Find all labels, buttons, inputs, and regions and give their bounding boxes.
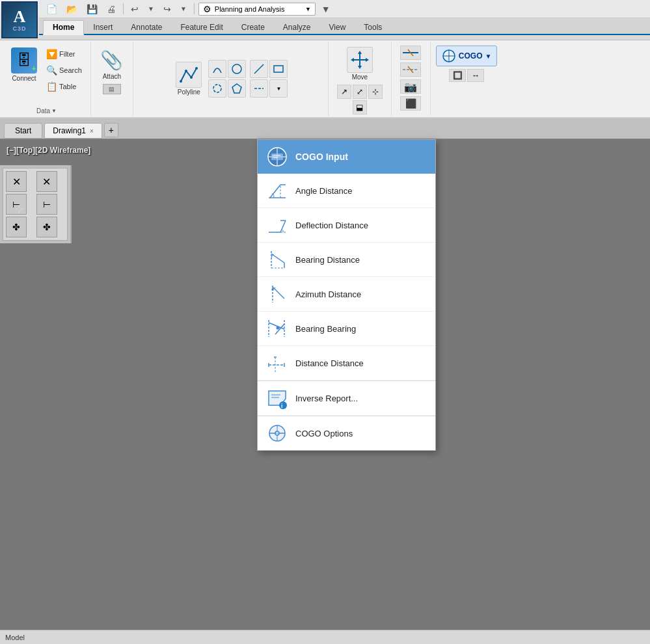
tab-create[interactable]: Create (232, 21, 274, 34)
app-icon[interactable]: A C3D (1, 1, 38, 38)
menu-item-deflection-distance[interactable]: Deflection Distance (258, 208, 435, 243)
panel-btn-4[interactable]: ⊢ (36, 194, 57, 215)
ribbon-group-draw: Polyline (133, 42, 329, 116)
extra-btn-1[interactable]: 🔲 (449, 69, 466, 82)
cogo-icon (442, 49, 456, 63)
plan-selector[interactable]: ⚙ Planning and Analysis ▼ (198, 3, 316, 16)
tab-tools[interactable]: Tools (355, 21, 391, 34)
ribbon-group-tools-right: 📷 ⬛ (392, 42, 431, 116)
status-bar: Model (0, 630, 650, 644)
modify-btn-3[interactable]: ⊹ (368, 85, 383, 99)
cogo-input-icon (265, 145, 289, 168)
qat-save[interactable]: 💾 (83, 2, 101, 16)
ribbon-group-move: Move ↗ ⤢ ⊹ ⬓ (329, 42, 392, 116)
draw-arc-btn[interactable] (208, 60, 226, 78)
attach-button[interactable]: 📎 Attach (96, 46, 128, 81)
svg-point-2 (190, 76, 193, 79)
cogo-label: COGO (459, 51, 483, 60)
tab-home[interactable]: Home (43, 20, 84, 35)
qat-redo-arrow[interactable]: ▼ (177, 3, 190, 14)
draw-ellipse-btn[interactable] (208, 79, 226, 98)
app-logo-subtitle: C3D (12, 25, 26, 32)
attach-label: Attach (103, 73, 121, 80)
modify-btn-1[interactable]: ↗ (337, 85, 351, 99)
cogo-dropdown-menu: COGO Input Angle Distance (257, 139, 436, 451)
move-button[interactable]: Move (344, 46, 375, 82)
menu-bearing-bearing-label: Bearing Bearing (295, 324, 356, 334)
ribbon-group-cogo: COGO ▼ 🔲 ↔ (431, 42, 503, 116)
draw-line-btn[interactable] (250, 60, 268, 78)
svg-point-4 (232, 64, 241, 74)
draw-rect-btn[interactable] (269, 60, 288, 78)
qat-print[interactable]: 🖨 (103, 2, 119, 16)
angle-distance-icon (265, 179, 289, 202)
panel-btn-2[interactable]: ✕ (36, 171, 57, 192)
start-tab[interactable]: Start (4, 123, 42, 139)
polyline-label: Polyline (178, 88, 200, 96)
menu-cogo-input-label: COGO Input (295, 152, 348, 162)
search-button[interactable]: 🔍 Search (43, 63, 85, 77)
tab-view[interactable]: View (320, 21, 355, 34)
tab-annotate[interactable]: Annotate (122, 21, 171, 34)
connect-button[interactable]: 🗄 + Connect (8, 46, 40, 84)
tab-feature-edit[interactable]: Feature Edit (171, 21, 232, 34)
qat-new[interactable]: 📄 (43, 2, 61, 16)
polyline-button[interactable]: Polyline (173, 60, 204, 97)
svg-line-38 (271, 254, 284, 263)
draw-polygon-btn[interactable] (228, 79, 246, 98)
menu-bearing-distance-label: Bearing Distance (295, 255, 360, 265)
qat-redo[interactable]: ↪ (160, 2, 174, 16)
svg-line-7 (254, 64, 264, 74)
menu-item-bearing-bearing[interactable]: Bearing Bearing (258, 312, 435, 346)
svg-line-30 (270, 185, 280, 198)
qat-open[interactable]: 📂 (63, 2, 81, 16)
dash-tool-btn[interactable] (400, 46, 421, 60)
modify-btn-4[interactable]: ⬓ (353, 100, 367, 114)
tab-analyze[interactable]: Analyze (274, 21, 320, 34)
table-button[interactable]: 📋 Table (43, 79, 85, 94)
menu-item-distance-distance[interactable]: Distance Distance (258, 346, 435, 381)
menu-deflection-distance-label: Deflection Distance (295, 221, 368, 230)
svg-line-42 (273, 287, 284, 299)
menu-item-inverse-report[interactable]: i Inverse Report... (258, 381, 435, 416)
draw-more-btn[interactable]: ▼ (269, 79, 288, 98)
attach-small-btn[interactable]: ▤ (103, 84, 121, 94)
draw-dash-btn[interactable] (250, 79, 268, 98)
panel-btn-1[interactable]: ✕ (6, 171, 27, 192)
bearing-bearing-icon (265, 317, 289, 340)
panel-btn-5[interactable]: ✤ (6, 217, 27, 237)
azimuth-distance-icon (265, 282, 289, 306)
drawing1-tab[interactable]: Drawing1 × (44, 123, 102, 139)
app-logo-letter: A (14, 8, 26, 25)
extra-btn-2[interactable]: ↔ (467, 69, 484, 82)
menu-item-bearing-distance[interactable]: Bearing Distance (258, 243, 435, 277)
cogo-options-icon (265, 422, 289, 445)
plan-selector-expand[interactable]: ▼ (318, 2, 334, 16)
qat-undo[interactable]: ↩ (128, 2, 142, 16)
qat-undo-arrow[interactable]: ▼ (144, 3, 157, 14)
misc-btn-2[interactable]: ⬛ (400, 96, 421, 111)
cogo-dropdown-arrow: ▼ (485, 53, 492, 60)
misc-btn-1[interactable]: 📷 (400, 79, 421, 94)
draw-circle-btn[interactable] (228, 60, 246, 78)
dash-tool-btn2[interactable] (400, 62, 421, 77)
menu-item-cogo-input[interactable]: COGO Input (258, 140, 435, 174)
modify-btn-2[interactable]: ⤢ (353, 85, 367, 99)
svg-text:i: i (281, 403, 283, 409)
tab-bar: Start Drawing1 × + (0, 118, 650, 139)
menu-item-cogo-options[interactable]: COGO Options (258, 416, 435, 450)
menu-item-azimuth-distance[interactable]: Azimuth Distance (258, 277, 435, 312)
filter-button[interactable]: 🔽 Filter (43, 47, 85, 61)
drawing-canvas[interactable]: [−][Top][2D Wireframe] ✕ ✕ ⊢ ⊢ ✤ ✤ ⊹ (0, 139, 650, 630)
panel-btn-6[interactable]: ✤ (36, 217, 57, 237)
menu-cogo-options-label: COGO Options (295, 429, 353, 438)
svg-rect-26 (271, 154, 283, 160)
menu-item-angle-distance[interactable]: Angle Distance (258, 174, 435, 208)
cogo-button[interactable]: COGO ▼ (436, 46, 498, 66)
tab-close-btn[interactable]: × (90, 127, 94, 135)
drawing1-tab-label: Drawing1 (53, 126, 86, 135)
tab-insert[interactable]: Insert (84, 21, 122, 34)
search-label: Search (59, 66, 82, 74)
add-tab-btn[interactable]: + (104, 123, 118, 137)
bearing-distance-icon (265, 248, 289, 271)
